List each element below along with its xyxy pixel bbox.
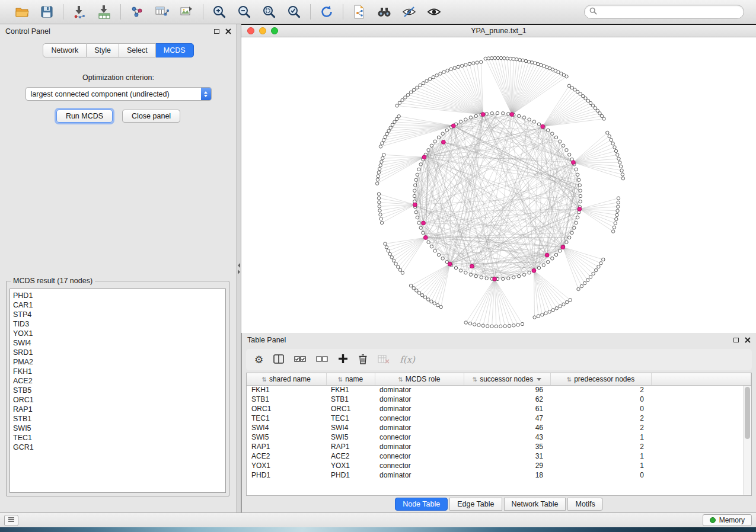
mcds-result-list[interactable]: PHD1CAR1STP4TID3YOX1SWI4SRD1PMA2FKH1ACE2… (9, 289, 226, 493)
mcds-result-item[interactable]: TID3 (13, 319, 222, 329)
function-builder-button[interactable]: f(x) (400, 354, 415, 365)
tab-motifs[interactable]: Motifs (567, 498, 602, 511)
zoom-selected-button[interactable] (283, 2, 305, 21)
table-row[interactable]: SWI4SWI4dominator462 (247, 423, 751, 432)
mcds-result-item[interactable]: STB5 (13, 386, 222, 395)
save-session-button[interactable] (36, 2, 58, 21)
add-column-button[interactable] (338, 354, 348, 366)
style-visibility-button[interactable] (398, 2, 420, 21)
zoom-in-button[interactable] (209, 2, 230, 21)
table-settings-button[interactable]: ⚙ (254, 355, 263, 365)
tab-network[interactable]: Network (43, 43, 87, 57)
network-from-table-button[interactable] (151, 2, 173, 21)
table-row[interactable]: RAP1RAP1dominator352 (247, 442, 751, 451)
network-canvas[interactable] (241, 37, 756, 333)
select-all-button[interactable] (294, 354, 306, 366)
criterion-select[interactable]: largest connected component (undirected) (25, 87, 212, 101)
mcds-result-item[interactable]: SWI5 (13, 424, 222, 433)
col-header-name[interactable]: ⇅name (326, 373, 375, 385)
show-details-eye-button[interactable] (423, 2, 445, 21)
mcds-result-item[interactable]: STP4 (13, 310, 222, 319)
tab-edge-table[interactable]: Edge Table (449, 498, 502, 511)
network-graph[interactable] (241, 37, 756, 334)
table-row[interactable]: TEC1TEC1connector472 (247, 414, 751, 423)
tab-mcds[interactable]: MCDS (156, 43, 194, 57)
table-scrollbar[interactable] (743, 386, 751, 495)
table-row[interactable]: FKH1FKH1dominator962 (247, 385, 751, 395)
tab-style[interactable]: Style (87, 43, 119, 57)
cell-mcds-role: connector (375, 432, 464, 442)
cell-name: ACE2 (326, 451, 375, 461)
col-header-mcds-role[interactable]: ⇅MCDS role (375, 373, 464, 385)
cell-filler (651, 442, 751, 451)
export-network-button[interactable] (349, 2, 370, 21)
open-file-button[interactable] (11, 2, 33, 21)
search-network-button[interactable] (374, 2, 395, 21)
desktop-wallpaper-strip (0, 527, 756, 532)
col-header-predecessor-nodes[interactable]: ⇅predecessor nodes (550, 373, 651, 385)
float-panel-icon[interactable] (214, 29, 219, 34)
mcds-result-item[interactable]: STB1 (13, 414, 222, 424)
mcds-result-item[interactable]: CAR1 (13, 300, 222, 310)
run-mcds-button[interactable]: Run MCDS (56, 110, 113, 123)
table-row[interactable]: ACE2ACE2connector311 (247, 451, 751, 461)
mcds-result-item[interactable]: SWI4 (13, 338, 222, 348)
zoom-fit-button[interactable] (259, 2, 280, 21)
table-row[interactable]: PHD1PHD1dominator180 (247, 470, 751, 480)
float-table-panel-icon[interactable] (733, 338, 739, 342)
new-network-button[interactable] (126, 2, 148, 21)
network-from-table-icon (154, 4, 170, 20)
table-scrollbar-thumb[interactable] (745, 387, 750, 439)
zoom-out-button[interactable] (234, 2, 255, 21)
import-table-button[interactable] (94, 2, 115, 21)
tab-network-table[interactable]: Network Table (504, 498, 566, 511)
import-network-icon (72, 4, 87, 20)
collapse-right-icon[interactable] (238, 270, 240, 274)
table-row[interactable]: ORC1ORC1dominator610 (247, 404, 751, 414)
close-panel-icon[interactable] (225, 28, 231, 34)
zoom-selected-icon (286, 4, 302, 20)
mcds-result-item[interactable]: PMA2 (13, 357, 222, 367)
table-row[interactable]: SWI5SWI5connector431 (247, 432, 751, 442)
mcds-result-item[interactable]: YOX1 (13, 329, 222, 338)
gear-icon: ⚙ (254, 355, 263, 365)
delete-column-button[interactable] (358, 354, 368, 366)
col-header-shared-name[interactable]: ⇅shared name (247, 373, 326, 385)
panel-splitter[interactable] (237, 24, 241, 512)
table-panel-header: Table Panel (242, 333, 756, 347)
panel-toggle-button[interactable] (4, 515, 18, 526)
close-panel-button[interactable]: Close panel (122, 110, 180, 123)
table-row[interactable]: STB1STB1dominator620 (247, 395, 751, 404)
table-row[interactable]: YOX1YOX1connector291 (247, 461, 751, 470)
cell-successor-nodes: 62 (464, 395, 550, 404)
collapse-left-icon[interactable] (238, 263, 240, 268)
mcds-result-item[interactable]: TEC1 (13, 433, 222, 443)
mcds-result-item[interactable]: RAP1 (13, 405, 222, 414)
export-image-button[interactable] (176, 2, 197, 21)
tab-select[interactable]: Select (119, 43, 156, 57)
import-network-button[interactable] (69, 2, 90, 21)
criterion-select-value: largest connected component (undirected) (26, 90, 201, 98)
col-header-successor-nodes[interactable]: ⇅successor nodes (464, 373, 550, 385)
mcds-result-item[interactable]: GCR1 (13, 443, 222, 452)
mcds-result-item[interactable]: PHD1 (13, 291, 222, 300)
cell-filler (651, 461, 751, 470)
mcds-result-item[interactable]: SRD1 (13, 348, 222, 357)
cell-successor-nodes: 47 (464, 414, 550, 423)
mcds-result-item[interactable]: ORC1 (13, 395, 222, 405)
search-input[interactable] (600, 8, 739, 16)
mcds-result-item[interactable]: ACE2 (13, 376, 222, 386)
mcds-result-item[interactable]: FKH1 (13, 367, 222, 376)
delete-table-icon (378, 354, 390, 366)
memory-label: Memory (719, 516, 745, 524)
split-columns-button[interactable] (273, 354, 284, 366)
refresh-layout-icon (319, 4, 334, 20)
refresh-layout-button[interactable] (316, 2, 337, 21)
tab-node-table[interactable]: Node Table (395, 498, 448, 511)
deselect-all-button[interactable] (316, 354, 328, 366)
cell-predecessor-nodes: 0 (550, 404, 651, 414)
network-window-titlebar[interactable]: YPA_prune.txt_1 (241, 25, 756, 37)
global-search-field[interactable] (584, 5, 744, 19)
close-table-panel-icon[interactable] (745, 337, 751, 343)
memory-button[interactable]: Memory (703, 514, 752, 526)
